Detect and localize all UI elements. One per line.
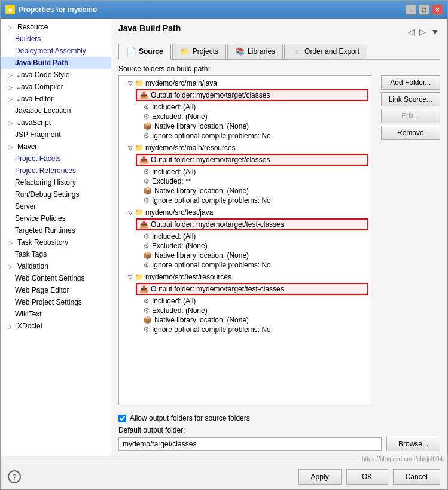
browse-button[interactable]: Browse...	[386, 437, 440, 451]
sidebar-item-maven[interactable]: ▷ Maven	[1, 141, 111, 153]
nav-dropdown-button[interactable]: ▼	[429, 26, 440, 38]
included-label-2: Included: (All)	[152, 168, 196, 176]
apply-button[interactable]: Apply	[298, 469, 342, 485]
excluded-label-3: Excluded: (None)	[152, 242, 208, 250]
sidebar-item-builders[interactable]: Builders	[1, 33, 111, 45]
tree-item-folder-2[interactable]: ▽ 📁 mydemo/src/main/resources	[121, 143, 368, 153]
nav-forward-button[interactable]: ▷	[418, 26, 427, 38]
sidebar-label-resource: Resource	[17, 23, 48, 31]
nav-back-button[interactable]: ◁	[407, 26, 416, 38]
included-1: ⚙ Included: (All)	[121, 102, 368, 112]
dialog-title: Properties for mydemo	[19, 5, 97, 14]
sidebar-item-project-references[interactable]: Project References	[1, 165, 111, 176]
source-group-0: ▽ 📁 mydemo/src/main/java 📤 Output folder…	[121, 78, 368, 141]
title-bar-buttons: − □ ✕	[406, 4, 443, 15]
tab-projects[interactable]: 📁 Projects	[172, 44, 226, 59]
sidebar-item-wikitext[interactable]: WikiText	[1, 308, 111, 320]
allow-output-folders-checkbox[interactable]	[118, 415, 126, 422]
output-folder-label-1: Output folder: mydemo/target/classes	[151, 91, 270, 99]
sidebar-item-web-page-editor[interactable]: Web Page Editor	[1, 284, 111, 296]
source-group-3: ▽ 📁 mydemo/src/test/resources 📤 Output f…	[121, 272, 368, 334]
link-source-button[interactable]: Link Source...	[381, 92, 440, 106]
sidebar-label-web-page-editor: Web Page Editor	[15, 286, 69, 294]
order-tab-icon: ↕	[292, 47, 301, 56]
sidebar-item-jsp-fragment[interactable]: JSP Fragment	[1, 129, 111, 141]
sidebar-label-javascript: JavaScript	[17, 118, 51, 127]
sidebar-item-server[interactable]: Server	[1, 200, 111, 212]
native-icon-1: 📦	[143, 122, 152, 130]
excluded-1: ⚙ Excluded: (None)	[121, 112, 368, 121]
native-icon-3: 📦	[143, 251, 152, 260]
remove-button[interactable]: Remove	[381, 126, 440, 140]
folder-icon-3: 📁	[135, 208, 144, 217]
sidebar-item-java-build-path[interactable]: Java Build Path	[1, 57, 111, 69]
sidebar-item-java-editor[interactable]: ▷ Java Editor	[1, 93, 111, 105]
maximize-button[interactable]: □	[419, 4, 429, 15]
sidebar-label-server: Server	[15, 202, 36, 211]
tree-item-folder-3[interactable]: ▽ 📁 mydemo/src/test/java	[121, 208, 368, 217]
folder-label-3: mydemo/src/test/java	[145, 208, 213, 217]
folder-icon-1: 📁	[135, 79, 144, 87]
sidebar-item-service-policies[interactable]: Service Policies	[1, 212, 111, 224]
sidebar-item-validation[interactable]: ▷ Validation	[1, 260, 111, 272]
cancel-button[interactable]: Cancel	[393, 469, 440, 485]
expand-icon: ▷	[8, 239, 15, 246]
main-panel: Java Build Path ◁ ▷ ▼ 📄 Source 📁 Project…	[111, 19, 447, 456]
sidebar-item-refactoring-history[interactable]: Refactoring History	[1, 176, 111, 188]
sidebar-label-targeted-runtimes: Targeted Runtimes	[15, 226, 75, 235]
tree-item-folder-1[interactable]: ▽ 📁 mydemo/src/main/java	[121, 78, 368, 88]
tab-source[interactable]: 📄 Source	[118, 44, 171, 60]
sidebar-label-builders: Builders	[15, 35, 41, 43]
sidebar-item-task-tags[interactable]: Task Tags	[1, 248, 111, 260]
sidebar-label-java-editor: Java Editor	[17, 95, 53, 103]
expand-arrow-4: ▽	[128, 274, 133, 281]
add-folder-button[interactable]: Add Folder...	[381, 75, 440, 90]
sidebar-item-java-code-style[interactable]: ▷ Java Code Style	[1, 69, 111, 81]
sidebar-item-javascript[interactable]: ▷ JavaScript	[1, 117, 111, 129]
source-folder-label: Source folders on build path:	[118, 65, 440, 73]
settings-icon-4: ⚙	[143, 297, 150, 305]
sidebar-item-javadoc[interactable]: Javadoc Location	[1, 105, 111, 117]
sidebar-item-web-content-settings[interactable]: Web Content Settings	[1, 272, 111, 284]
sidebar-label-run-debug: Run/Debug Settings	[15, 190, 79, 199]
folder-icon-4: 📁	[135, 273, 144, 281]
tab-order-export[interactable]: ↕ Order and Export	[284, 44, 367, 59]
tab-libraries-label: Libraries	[248, 47, 275, 56]
sidebar-item-targeted-runtimes[interactable]: Targeted Runtimes	[1, 224, 111, 236]
tree-wrapper: ▽ 📁 mydemo/src/main/java 📤 Output folder…	[118, 75, 371, 404]
ok-button[interactable]: OK	[346, 469, 388, 485]
output-folder-highlighted-4[interactable]: 📤 Output folder: mydemo/target/test-clas…	[136, 283, 368, 295]
native-icon-4: 📦	[143, 316, 152, 324]
help-button[interactable]: ?	[8, 470, 21, 483]
sidebar-item-xdoclet[interactable]: ▷ XDoclet	[1, 320, 111, 332]
excluded-label-4: Excluded: (None)	[152, 306, 208, 315]
sidebar-item-web-project-settings[interactable]: Web Project Settings	[1, 296, 111, 308]
output-folder-highlighted-3[interactable]: 📤 Output folder: mydemo/target/test-clas…	[136, 218, 368, 230]
tab-libraries[interactable]: 📚 Libraries	[227, 44, 283, 59]
settings-icon-2: ⚙	[143, 168, 150, 176]
sidebar-item-task-repository[interactable]: ▷ Task Repository	[1, 236, 111, 248]
content-area: ▷ Resource Builders Deployment Assembly …	[1, 19, 447, 456]
properties-dialog: ◆ Properties for mydemo − □ ✕ ▷ Resource…	[0, 0, 448, 490]
default-folder-input[interactable]	[118, 437, 382, 451]
output-folder-highlighted-2[interactable]: 📤 Output folder: mydemo/target/classes	[136, 154, 368, 166]
settings-icon-2b: ⚙	[143, 177, 150, 185]
sidebar-item-deployment-assembly[interactable]: Deployment Assembly	[1, 45, 111, 57]
sidebar-item-run-debug[interactable]: Run/Debug Settings	[1, 188, 111, 200]
panel-title: Java Build Path	[118, 23, 181, 35]
sidebar-label-task-repository: Task Repository	[17, 238, 68, 246]
settings-icon-4b: ⚙	[143, 306, 150, 315]
projects-tab-icon: 📁	[180, 47, 190, 56]
tree-section[interactable]: ▽ 📁 mydemo/src/main/java 📤 Output folder…	[118, 75, 371, 404]
edit-button[interactable]: Edit...	[381, 109, 440, 123]
sidebar-item-resource[interactable]: ▷ Resource	[1, 21, 111, 33]
expand-icon: ▷	[8, 120, 15, 126]
expand-icon: ▷	[8, 96, 15, 102]
tree-item-folder-4[interactable]: ▽ 📁 mydemo/src/test/resources	[121, 272, 368, 282]
output-folder-highlighted-1[interactable]: 📤 Output folder: mydemo/target/classes	[136, 89, 368, 101]
expand-icon: ▷	[8, 72, 15, 78]
sidebar-item-java-compiler[interactable]: ▷ Java Compiler	[1, 81, 111, 93]
close-button[interactable]: ✕	[432, 4, 443, 15]
minimize-button[interactable]: −	[406, 4, 416, 15]
sidebar-item-project-facets[interactable]: Project Facets	[1, 153, 111, 165]
